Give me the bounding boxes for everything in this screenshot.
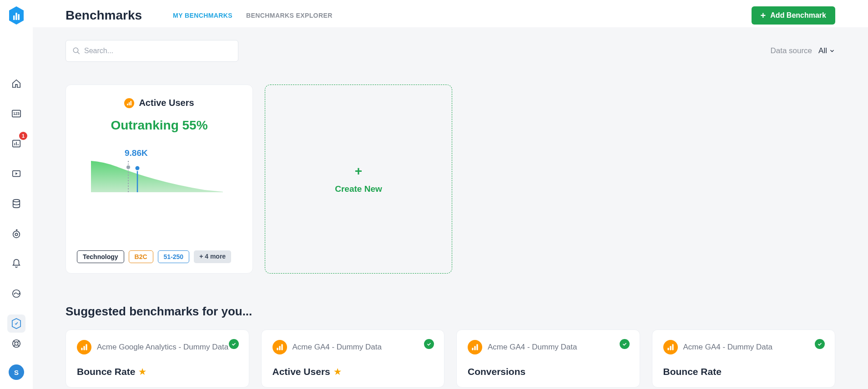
suggested-metric: Bounce Rate [77, 366, 135, 377]
suggested-source: Acme GA4 - Dummy Data [683, 343, 773, 352]
search-box[interactable] [66, 40, 238, 62]
benchmark-mini-chart: 9.86K [86, 149, 232, 194]
svg-rect-38 [476, 344, 478, 350]
suggested-metric: Active Users [273, 366, 330, 377]
svg-rect-33 [277, 348, 278, 350]
nav-benchmarks[interactable] [7, 314, 25, 333]
nav-alerts[interactable] [7, 254, 25, 273]
nav-insights[interactable] [7, 284, 25, 303]
suggested-title: Suggested benchmarks for you... [66, 304, 835, 319]
tabs: MY BENCHMARKS BENCHMARKS EXPLORER [173, 12, 333, 19]
tag-more[interactable]: + 4 more [194, 250, 231, 263]
tag[interactable]: 51-250 [158, 250, 190, 263]
nav-badge: 1 [19, 132, 27, 140]
benchmark-chart-value: 9.86K [125, 148, 148, 158]
main: Benchmarks MY BENCHMARKS BENCHMARKS EXPL… [33, 0, 868, 389]
suggested-metric: Bounce Rate [663, 366, 722, 377]
create-new-card[interactable]: + Create New [265, 85, 452, 274]
check-icon [620, 339, 630, 349]
benchmark-outranking: Outranking 55% [111, 118, 207, 133]
svg-point-12 [13, 231, 20, 238]
svg-marker-10 [15, 172, 18, 175]
ga-icon [77, 340, 91, 354]
suggested-metric: Conversions [468, 366, 525, 377]
data-source-value[interactable]: All [818, 46, 835, 55]
svg-rect-31 [83, 346, 85, 350]
svg-point-16 [15, 342, 18, 345]
svg-rect-36 [472, 348, 473, 350]
nav-help[interactable] [7, 334, 25, 353]
data-source-value-text: All [818, 46, 827, 55]
benchmark-tags: Technology B2C 51-250 + 4 more [77, 250, 242, 263]
svg-rect-24 [129, 102, 130, 105]
svg-rect-37 [474, 346, 475, 350]
check-icon [424, 339, 434, 349]
svg-point-28 [126, 165, 131, 170]
plus-icon: + [761, 11, 766, 20]
svg-rect-35 [281, 344, 283, 350]
plus-icon: + [355, 164, 362, 179]
suggested-source: Acme Google Analytics - Dummy Data [97, 343, 228, 352]
check-icon [815, 339, 825, 349]
svg-rect-32 [86, 344, 87, 350]
search-icon [72, 47, 81, 55]
nav-data[interactable] [7, 194, 25, 213]
suggested-card[interactable]: Acme GA4 - Dummy Data Bounce Rate [652, 329, 836, 388]
suggested-card[interactable]: Acme GA4 - Dummy Data Conversions [456, 329, 640, 388]
tag[interactable]: B2C [129, 250, 153, 263]
data-source-label: Data source [770, 46, 812, 55]
svg-rect-2 [18, 14, 20, 20]
add-benchmark-button[interactable]: + Add Benchmark [752, 6, 835, 25]
benchmark-card-title: Active Users [139, 98, 194, 108]
ga-icon [124, 98, 134, 108]
svg-rect-1 [15, 13, 17, 20]
nav-goals[interactable] [7, 224, 25, 243]
svg-point-11 [13, 199, 20, 202]
svg-point-29 [135, 166, 140, 171]
ga-icon [468, 340, 482, 354]
tab-my-benchmarks[interactable]: MY BENCHMARKS [173, 12, 232, 19]
nav-dashboards[interactable]: 1 [7, 135, 25, 153]
svg-rect-23 [127, 104, 128, 105]
data-source-filter: Data source All [770, 46, 835, 55]
svg-rect-30 [81, 348, 82, 350]
svg-rect-34 [279, 346, 280, 350]
suggested-source: Acme GA4 - Dummy Data [293, 343, 382, 352]
svg-point-13 [15, 233, 18, 236]
svg-rect-40 [670, 346, 671, 350]
tab-benchmarks-explorer[interactable]: BENCHMARKS EXPLORER [246, 12, 333, 19]
ga-icon [273, 340, 287, 354]
ga-icon [663, 340, 678, 354]
search-input[interactable] [84, 47, 232, 55]
topbar: Benchmarks MY BENCHMARKS BENCHMARKS EXPL… [33, 0, 868, 27]
svg-text:123: 123 [13, 112, 20, 116]
star-icon: ★ [334, 367, 341, 377]
suggested-source: Acme GA4 - Dummy Data [488, 343, 577, 352]
benchmark-card[interactable]: Active Users Outranking 55% 9.86K [66, 85, 253, 274]
svg-line-22 [77, 52, 80, 54]
app-logo[interactable] [8, 6, 25, 25]
star-icon: ★ [139, 367, 146, 377]
suggested-card[interactable]: Acme GA4 - Dummy Data Active Users ★ [261, 329, 445, 388]
sidebar: 123 1 S [0, 0, 33, 389]
nav-reports[interactable] [7, 165, 25, 183]
suggested-row: Acme Google Analytics - Dummy Data Bounc… [66, 329, 835, 388]
svg-rect-39 [667, 348, 669, 350]
check-icon [229, 339, 239, 349]
chevron-down-icon [829, 48, 835, 54]
user-avatar[interactable]: S [9, 364, 24, 380]
svg-rect-25 [131, 101, 132, 105]
create-new-label: Create New [335, 184, 382, 194]
nav-scorecards[interactable]: 123 [7, 105, 25, 123]
add-benchmark-label: Add Benchmark [770, 11, 826, 20]
nav-home[interactable] [7, 75, 25, 93]
tag[interactable]: Technology [77, 250, 124, 263]
svg-rect-41 [672, 344, 673, 350]
page-title: Benchmarks [66, 8, 142, 23]
svg-rect-0 [13, 15, 15, 20]
svg-point-21 [73, 48, 78, 53]
suggested-card[interactable]: Acme Google Analytics - Dummy Data Bounc… [66, 329, 249, 388]
